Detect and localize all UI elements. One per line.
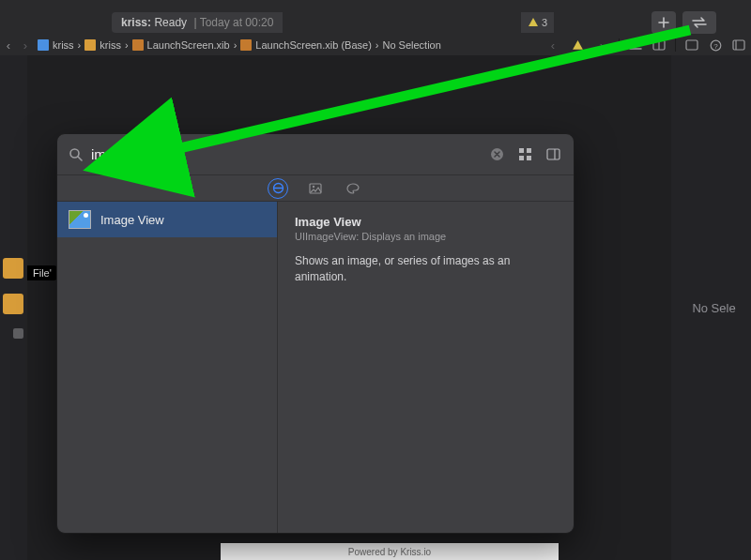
- svg-rect-2: [686, 40, 697, 50]
- swift-file-icon: [38, 39, 49, 51]
- xib-file-icon: [240, 39, 252, 51]
- result-detail: Image View UIImageView: Displays an imag…: [278, 202, 574, 533]
- svg-text:?: ?: [713, 41, 718, 50]
- adjust-editor-icon[interactable]: [651, 38, 667, 53]
- media-tab[interactable]: [307, 180, 324, 197]
- svg-rect-5: [733, 40, 744, 50]
- issue-forward-button[interactable]: ›: [593, 38, 610, 53]
- search-input[interactable]: [91, 146, 478, 162]
- help-icon[interactable]: ?: [708, 38, 723, 53]
- list-view-button[interactable]: [544, 145, 562, 164]
- image-view-icon: [69, 210, 91, 229]
- svg-rect-10: [519, 148, 524, 153]
- svg-line-8: [78, 157, 82, 160]
- panels-icon[interactable]: [731, 38, 746, 53]
- clear-search-button[interactable]: [487, 145, 506, 164]
- results-list[interactable]: Image View: [57, 202, 278, 533]
- object-cube-icon[interactable]: [3, 258, 23, 279]
- preview-footer: Powered by Kriss.io: [221, 543, 559, 560]
- object-cube-icon[interactable]: [3, 294, 23, 314]
- detail-subtitle: UIImageView: Displays an image: [295, 231, 557, 242]
- nav-back-button[interactable]: ‹: [0, 38, 17, 53]
- warning-count-pill[interactable]: 3: [521, 12, 554, 33]
- toolbar-add-button[interactable]: [651, 11, 676, 34]
- detail-body: Shows an image, or series of images as a…: [295, 253, 557, 285]
- breadcrumb[interactable]: kriss: [81, 39, 125, 51]
- svg-rect-12: [519, 156, 524, 160]
- breadcrumb[interactable]: LaunchScreen.xib (Base): [237, 39, 376, 51]
- breadcrumb[interactable]: kriss: [34, 39, 78, 51]
- outline-icon[interactable]: [628, 38, 643, 53]
- color-tab[interactable]: [345, 180, 361, 197]
- breadcrumb[interactable]: No Selection: [378, 39, 444, 51]
- svg-rect-13: [527, 156, 531, 160]
- files-owner-tag[interactable]: File': [27, 265, 57, 280]
- svg-point-19: [313, 185, 314, 187]
- list-item[interactable]: Image View: [57, 202, 277, 237]
- project-status-pill: kriss: Ready | Today at 00:20: [112, 12, 283, 33]
- grid-view-button[interactable]: [515, 145, 534, 164]
- search-icon: [69, 147, 84, 162]
- warning-icon: [528, 17, 539, 28]
- breadcrumb[interactable]: LaunchScreen.xib: [129, 39, 234, 51]
- nav-forward-button[interactable]: ›: [17, 38, 34, 53]
- xib-file-icon: [132, 39, 144, 51]
- object-library-popover: Image View Image View UIImageView: Displ…: [56, 133, 575, 534]
- objects-tab[interactable]: [269, 180, 286, 197]
- svg-rect-11: [527, 148, 531, 153]
- swap-arrows-icon: [691, 17, 708, 28]
- warning-icon[interactable]: [570, 38, 585, 53]
- plus-icon: [658, 17, 669, 28]
- detail-title: Image View: [295, 215, 557, 229]
- svg-rect-14: [547, 149, 559, 159]
- issue-back-button[interactable]: ‹: [544, 38, 561, 53]
- object-small-icon[interactable]: [13, 328, 23, 339]
- inspector-pane: No Sele: [671, 55, 751, 560]
- minimap-icon[interactable]: [684, 38, 699, 53]
- folder-icon: [84, 39, 96, 51]
- svg-point-16: [273, 184, 283, 193]
- toolbar-swap-button[interactable]: [682, 11, 716, 34]
